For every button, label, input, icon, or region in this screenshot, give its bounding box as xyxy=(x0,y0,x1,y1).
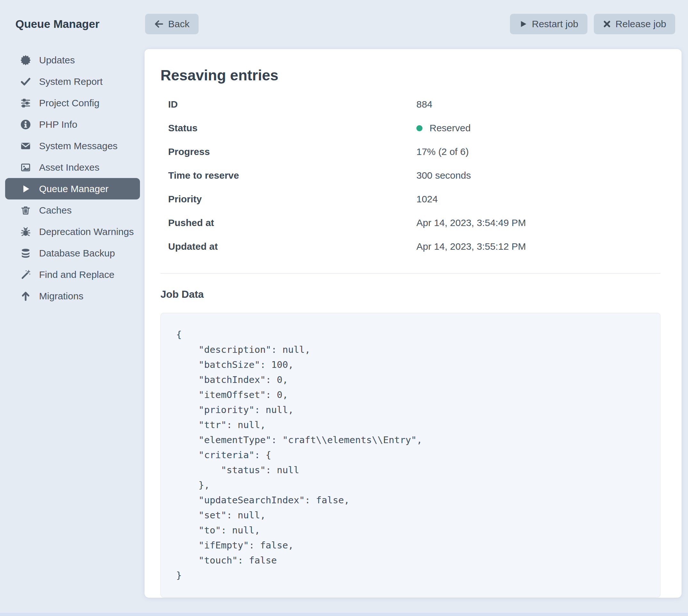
restart-job-label: Restart job xyxy=(532,19,578,29)
sidebar-item-caches[interactable]: Caches xyxy=(5,199,140,221)
utilities-sidebar: Updates System Report Project Config xyxy=(5,49,140,307)
header-actions: Restart job Release job xyxy=(510,14,675,34)
sidebar-item-label: Queue Manager xyxy=(39,183,109,195)
sidebar-item-asset-indexes[interactable]: Asset Indexes xyxy=(5,157,140,178)
bug-icon xyxy=(21,227,31,237)
detail-label-status: Status xyxy=(168,123,416,133)
release-job-button[interactable]: Release job xyxy=(594,14,675,34)
x-icon xyxy=(603,20,611,28)
detail-value-time-to-reserve: 300 seconds xyxy=(416,170,661,181)
sidebar-item-system-report[interactable]: System Report xyxy=(5,71,140,92)
database-icon xyxy=(21,248,31,258)
back-arrow-icon xyxy=(154,19,164,29)
job-data-heading: Job Data xyxy=(160,288,661,301)
sidebar-item-label: Caches xyxy=(39,204,72,216)
checkmark-icon xyxy=(21,76,31,87)
queue-manager-title: Queue Manager xyxy=(15,14,100,34)
job-details-table: ID 884 Status Reserved Progress 17% (2 o… xyxy=(168,92,661,258)
detail-value-status: Reserved xyxy=(416,123,661,133)
sidebar-item-label: Project Config xyxy=(39,97,99,109)
play-icon xyxy=(21,184,31,194)
magic-wand-icon xyxy=(21,269,31,280)
detail-value-id: 884 xyxy=(416,99,661,110)
job-title: Resaving entries xyxy=(160,67,661,84)
job-data-code-block: { "description": null, "batchSize": 100,… xyxy=(160,313,661,597)
back-button[interactable]: Back xyxy=(145,14,199,34)
sidebar-item-label: Deprecation Warnings xyxy=(39,226,134,238)
trash-icon xyxy=(21,205,31,216)
detail-label-priority: Priority xyxy=(168,194,416,204)
detail-label-pushed-at: Pushed at xyxy=(168,217,416,228)
sidebar-item-project-config[interactable]: Project Config xyxy=(5,92,140,114)
sidebar-item-database-backup[interactable]: Database Backup xyxy=(5,242,140,264)
seal-badge-icon xyxy=(21,55,31,65)
restart-job-button[interactable]: Restart job xyxy=(510,14,587,34)
envelope-icon xyxy=(21,141,31,151)
play-icon xyxy=(519,20,527,28)
back-button-label: Back xyxy=(168,19,190,29)
detail-value-pushed-at: Apr 14, 2023, 3:54:49 PM xyxy=(416,217,661,228)
job-detail-card: Resaving entries ID 884 Status Reserved … xyxy=(145,49,682,598)
sidebar-item-migrations[interactable]: Migrations xyxy=(5,285,140,307)
detail-label-updated-at: Updated at xyxy=(168,241,416,252)
detail-label-id: ID xyxy=(168,99,416,110)
sidebar-item-label: PHP Info xyxy=(39,118,78,131)
sidebar-item-label: System Messages xyxy=(39,140,117,152)
detail-value-progress: 17% (2 of 6) xyxy=(416,146,661,157)
info-circle-icon xyxy=(21,119,31,130)
status-dot-icon xyxy=(416,125,423,131)
detail-label-progress: Progress xyxy=(168,146,416,157)
job-data-json: { "description": null, "batchSize": 100,… xyxy=(176,327,645,583)
sidebar-item-find-and-replace[interactable]: Find and Replace xyxy=(5,264,140,285)
sidebar-item-updates[interactable]: Updates xyxy=(5,49,140,71)
sidebar-item-system-messages[interactable]: System Messages xyxy=(5,135,140,157)
sidebar-item-php-info[interactable]: PHP Info xyxy=(5,114,140,135)
status-text: Reserved xyxy=(430,123,471,133)
sidebar-item-label: Find and Replace xyxy=(39,269,114,281)
bottom-edge-strip xyxy=(0,613,688,616)
sidebar-item-deprecation-warnings[interactable]: Deprecation Warnings xyxy=(5,221,140,242)
sidebar-item-label: Migrations xyxy=(39,290,83,302)
detail-label-time-to-reserve: Time to reserve xyxy=(168,170,416,181)
image-icon xyxy=(21,162,31,173)
arrow-up-icon xyxy=(21,291,31,301)
detail-value-priority: 1024 xyxy=(416,194,661,204)
sidebar-item-label: System Report xyxy=(39,75,103,88)
sidebar-item-queue-manager[interactable]: Queue Manager xyxy=(5,178,140,199)
sidebar-item-label: Asset Indexes xyxy=(39,161,99,174)
section-divider xyxy=(160,273,661,274)
sliders-icon xyxy=(21,98,31,108)
release-job-label: Release job xyxy=(616,19,666,29)
sidebar-item-label: Updates xyxy=(39,54,75,66)
sidebar-item-label: Database Backup xyxy=(39,247,115,259)
detail-value-updated-at: Apr 14, 2023, 3:55:12 PM xyxy=(416,241,661,252)
